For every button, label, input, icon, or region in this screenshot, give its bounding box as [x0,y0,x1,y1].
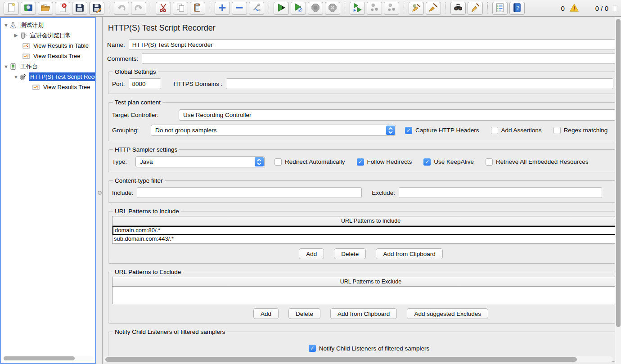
exclude-add-button[interactable]: Add [253,308,279,319]
checkbox-unchecked-icon [491,127,498,134]
undo-button[interactable] [114,2,129,15]
expander-down-icon[interactable]: ▼ [13,74,19,80]
open-file-button[interactable] [38,2,53,15]
search-reset-button[interactable] [468,2,483,15]
scrollbar-thumb[interactable] [616,19,621,327]
combo-stepper-icon[interactable] [255,157,264,166]
exclude-add-from-clipboard-button[interactable]: Add from Clipboard [330,308,397,319]
remote-start-all-button[interactable] [350,2,365,15]
exclude-add-suggested-button[interactable]: Add suggested Excludes [407,308,488,319]
tree-item-label[interactable]: View Results in Table [32,41,90,50]
expand-all-button[interactable] [215,2,230,15]
main-vertical-scrollbar[interactable] [615,17,621,364]
include-filter-input[interactable] [137,187,362,198]
tree-horizontal-scrollbar[interactable] [3,356,93,361]
remote-shutdown-all-button[interactable] [384,2,399,15]
tree-item-view-results-table[interactable]: View Results in Table [1,40,95,51]
https-domains-input[interactable] [226,78,613,89]
port-input[interactable] [129,78,161,89]
collapse-all-button[interactable] [232,2,247,15]
templates-icon [23,3,33,14]
follow-redirects-checkbox[interactable]: ✓Follow Redirects [357,158,412,166]
tree-item-thread-group[interactable]: ▶ 宣讲会浏览日常 [1,30,95,40]
tree-item-label[interactable]: 测试计划 [19,20,45,30]
scrollbar-thumb[interactable] [105,357,577,362]
remote-stop-all-button[interactable] [367,2,382,15]
url-include-table-header[interactable]: URL Patterns to Include [112,216,615,226]
scrollbar-thumb[interactable] [4,356,75,360]
tree-item-workbench[interactable]: ▼ 工作台 [1,61,95,72]
templates-button[interactable] [21,2,36,15]
notify-child-listeners-checkbox[interactable]: ✓ Notify Child Listeners of filtered sam… [309,345,429,352]
capture-http-headers-checkbox[interactable]: ✓Capture HTTP Headers [405,127,479,134]
clear-button[interactable] [409,2,424,15]
redirect-automatically-checkbox[interactable]: Redirect Automatically [274,158,345,166]
add-assertions-checkbox[interactable]: Add Assertions [491,127,542,134]
search-button[interactable] [450,2,466,15]
shutdown-button[interactable] [325,2,340,15]
copy-button[interactable] [173,2,188,15]
help-button[interactable]: ? [509,2,525,15]
save-button[interactable] [72,2,87,15]
checkbox-checked-icon: ✓ [423,158,431,166]
regex-matching-checkbox[interactable]: Regex matching [554,127,608,134]
search-reset-icon [470,3,480,14]
main-horizontal-scrollbar[interactable] [104,356,613,362]
paste-button[interactable] [190,2,205,15]
expander-right-icon[interactable]: ▶ [13,32,19,38]
tree-item-http-test-script-recorder[interactable]: ▼ HTTP(S) Test Script Recorder [1,72,95,82]
remote-stop-all-icon [369,3,379,14]
sampler-type-select[interactable]: Java [135,156,265,167]
combo-stepper-icon[interactable] [386,126,395,135]
retrieve-embedded-resources-checkbox[interactable]: Retrieve All Embedded Resources [486,158,589,166]
toggle-button[interactable] [249,2,264,15]
start-button[interactable] [274,2,289,15]
tree-item-label[interactable]: HTTP(S) Test Script Recorder [29,72,96,81]
stop-button[interactable] [308,2,323,15]
grouping-select[interactable]: Do not group samplers [151,125,396,136]
toolbar-separator [269,2,269,14]
listener-icon [22,42,30,49]
include-delete-button[interactable]: Delete [334,248,366,259]
new-file-button[interactable] [4,2,19,15]
tree-item-view-results-tree-child[interactable]: View Results Tree [1,82,95,92]
tree-item-test-plan[interactable]: ▼ 测试计划 [1,20,95,30]
checkbox-unchecked-icon [554,127,561,134]
url-exclude-table-header[interactable]: URL Patterns to Exclude [112,277,615,287]
use-keepalive-checkbox[interactable]: ✓Use KeepAlive [423,158,474,166]
target-controller-select[interactable]: Use Recording Controller [179,109,615,121]
tree-item-label[interactable]: View Results Tree [42,83,92,91]
redo-icon [134,3,144,14]
url-include-row[interactable]: domain.com:80/.* [112,226,615,235]
cut-button[interactable] [156,2,171,15]
close-file-button[interactable] [55,2,70,15]
page-title: HTTP(S) Test Script Recorder [108,23,615,33]
expander-down-icon[interactable]: ▼ [3,22,9,28]
start-no-timers-icon [293,3,303,14]
include-add-button[interactable]: Add [299,248,324,259]
tree-item-label[interactable]: 宣讲会浏览日常 [29,31,73,40]
exclude-filter-input[interactable] [399,187,602,198]
save-as-button[interactable] [89,2,104,15]
include-add-from-clipboard-button[interactable]: Add from Clipboard [376,248,442,259]
name-input[interactable] [129,39,615,50]
tree-item-label[interactable]: View Results Tree [32,52,82,60]
log-error-count[interactable]: 0 [561,4,564,12]
expander-down-icon[interactable]: ▼ [3,64,9,69]
clear-all-button[interactable] [426,2,441,15]
toolbar-separator [151,2,151,14]
split-pane-divider[interactable] [97,17,103,364]
divider-grip[interactable] [98,191,102,195]
comments-input[interactable] [142,53,615,64]
url-exclude-empty-body[interactable] [112,287,615,304]
start-no-timers-button[interactable] [291,2,306,15]
tree-item-label[interactable]: 工作台 [19,62,40,72]
tree-item-view-results-tree[interactable]: View Results Tree [1,51,95,61]
function-helper-button[interactable] [492,2,508,15]
shutdown-icon [328,3,338,14]
url-include-row[interactable]: sub.domain.com:443/.* [112,235,615,244]
exclude-delete-button[interactable]: Delete [288,308,320,319]
redo-button[interactable] [131,2,146,15]
warning-icon[interactable] [569,3,579,13]
url-patterns-include-group: URL Patterns to Include URL Patterns to … [108,208,615,264]
